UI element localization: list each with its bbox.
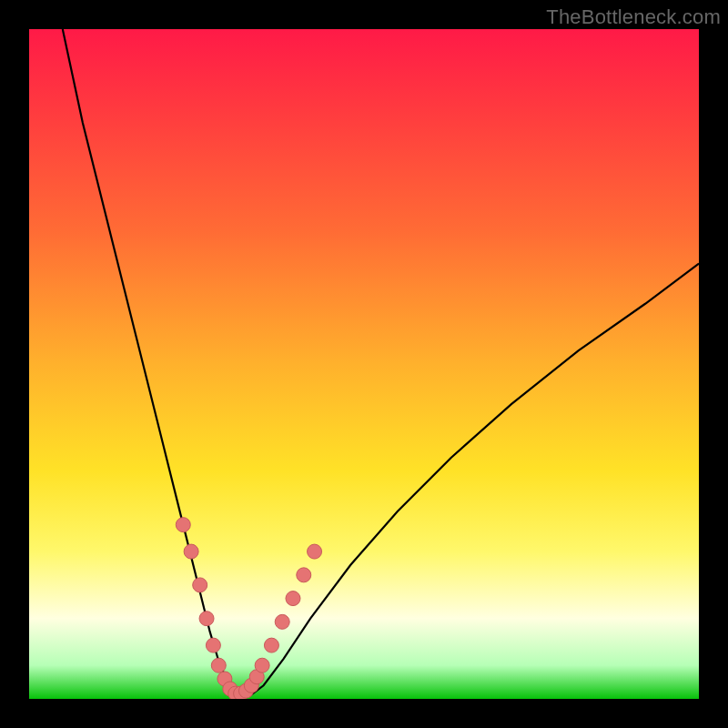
data-marker	[211, 658, 226, 672]
data-marker	[286, 592, 300, 606]
plot-area	[29, 29, 699, 699]
chart-frame: TheBottleneck.com	[0, 0, 728, 728]
data-marker	[206, 638, 220, 652]
data-marker	[193, 578, 207, 592]
bottleneck-curve-svg	[29, 29, 699, 699]
data-marker	[199, 612, 214, 626]
data-markers	[176, 518, 321, 699]
watermark-text: TheBottleneck.com	[546, 5, 721, 29]
data-marker	[176, 518, 190, 532]
data-marker	[264, 638, 278, 652]
data-marker	[184, 544, 198, 559]
data-marker	[297, 568, 311, 582]
data-marker	[308, 544, 322, 559]
data-marker	[275, 614, 289, 629]
bottleneck-curve	[63, 29, 699, 695]
data-marker	[255, 658, 269, 672]
